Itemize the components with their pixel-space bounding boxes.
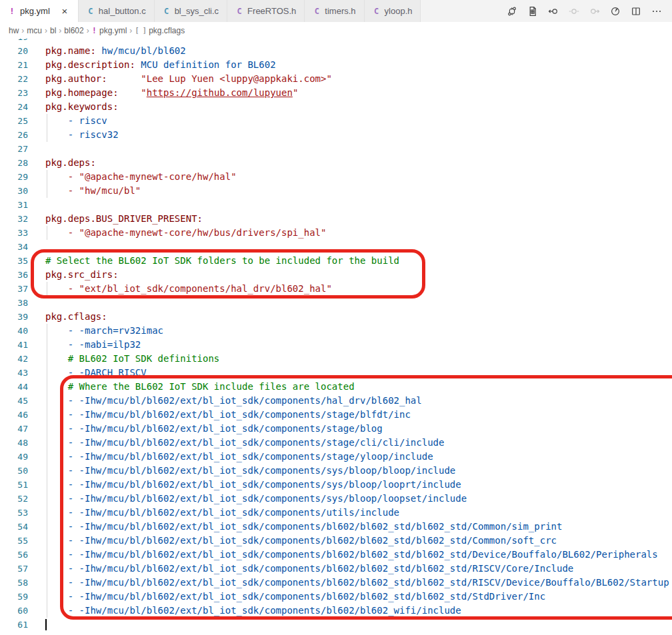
split-editor-icon[interactable]	[630, 5, 642, 17]
code-line-41[interactable]: 41 - -mabi=ilp32	[0, 338, 672, 352]
code-line-42[interactable]: 42 # BL602 IoT SDK definitions	[0, 352, 672, 366]
close-icon[interactable]: ×	[59, 6, 70, 17]
editor[interactable]: 1920pkg.name: hw/mcu/bl/bl60221pkg.descr…	[0, 39, 672, 635]
code-text: pkg.cflags:	[45, 310, 107, 324]
tab-yloop.h[interactable]: Cyloop.h	[365, 0, 421, 22]
line-number: 57	[0, 562, 28, 576]
code-text: - -Ihw/mcu/bl/bl602/ext/bl_iot_sdk/compo…	[45, 478, 461, 492]
code-line-21[interactable]: 21pkg.description: MCU definition for BL…	[0, 58, 672, 72]
code-line-29[interactable]: 29 - "@apache-mynewt-core/hw/hal"	[0, 170, 672, 184]
code-line-23[interactable]: 23pkg.homepage: "https://github.com/lupy…	[0, 86, 672, 100]
breadcrumb-item-pkg.cflags[interactable]: [ ]pkg.cflags	[135, 26, 185, 35]
line-number: 29	[0, 170, 28, 184]
yaml-file-icon: !	[92, 26, 97, 35]
tab-label: pkg.yml	[20, 6, 50, 16]
tab-pkg.yml[interactable]: !pkg.yml×	[0, 0, 79, 22]
line-number: 19	[0, 39, 28, 44]
code-line-46[interactable]: 46 - -Ihw/mcu/bl/bl602/ext/bl_iot_sdk/co…	[0, 408, 672, 422]
tab-hal_button.c[interactable]: Chal_button.c	[79, 0, 155, 22]
line-number: 43	[0, 366, 28, 380]
code-line-34[interactable]: 34	[0, 240, 672, 254]
tab-label: FreeRTOS.h	[247, 6, 296, 16]
code-line-52[interactable]: 52 - -Ihw/mcu/bl/bl602/ext/bl_iot_sdk/co…	[0, 492, 672, 506]
line-number: 44	[0, 380, 28, 394]
code-line-57[interactable]: 57 - -Ihw/mcu/bl/bl602/ext/bl_iot_sdk/co…	[0, 562, 672, 576]
history-icon[interactable]	[609, 5, 621, 17]
code-line-24[interactable]: 24pkg.keywords:	[0, 100, 672, 114]
line-number: 33	[0, 226, 28, 240]
code-line-51[interactable]: 51 - -Ihw/mcu/bl/bl602/ext/bl_iot_sdk/co…	[0, 478, 672, 492]
breadcrumb-item-hw[interactable]: hw	[9, 26, 19, 35]
breadcrumb-item-pkg.yml[interactable]: !pkg.yml	[92, 26, 127, 35]
tab-label: bl_sys_cli.c	[175, 6, 219, 16]
breadcrumb-item-bl[interactable]: bl	[50, 26, 56, 35]
code-line-60[interactable]: 60 - -Ihw/mcu/bl/bl602/ext/bl_iot_sdk/co…	[0, 604, 672, 618]
navigate-back-icon[interactable]	[547, 5, 559, 17]
code-line-35[interactable]: 35# Select the BL602 IoT SDK folders to …	[0, 254, 672, 268]
code-line-61[interactable]: 61	[0, 618, 672, 632]
code-text: pkg.src_dirs:	[45, 268, 119, 282]
code-line-48[interactable]: 48 - -Ihw/mcu/bl/bl602/ext/bl_iot_sdk/co…	[0, 436, 672, 450]
line-number: 30	[0, 184, 28, 198]
code-line-37[interactable]: 37 - "ext/bl_iot_sdk/components/hal_drv/…	[0, 282, 672, 296]
code-line-55[interactable]: 55 - -Ihw/mcu/bl/bl602/ext/bl_iot_sdk/co…	[0, 534, 672, 548]
tab-bl_sys_cli.c[interactable]: Cbl_sys_cli.c	[155, 0, 227, 22]
more-actions-icon[interactable]	[651, 5, 663, 17]
code-line-20[interactable]: 20pkg.name: hw/mcu/bl/bl602	[0, 44, 672, 58]
code-line-43[interactable]: 43 - -DARCH_RISCV	[0, 366, 672, 380]
code-text: # Where the BL602 IoT SDK include files …	[45, 380, 355, 394]
line-number: 54	[0, 520, 28, 534]
code-text: pkg.keywords:	[45, 100, 119, 114]
code-line-59[interactable]: 59 - -Ihw/mcu/bl/bl602/ext/bl_iot_sdk/co…	[0, 590, 672, 604]
code-line-50[interactable]: 50 - -Ihw/mcu/bl/bl602/ext/bl_iot_sdk/co…	[0, 464, 672, 478]
code-line-30[interactable]: 30 - "hw/mcu/bl"	[0, 184, 672, 198]
breadcrumb-item-bl602[interactable]: bl602	[64, 26, 83, 35]
line-number: 31	[0, 198, 28, 212]
code-line-56[interactable]: 56 - -Ihw/mcu/bl/bl602/ext/bl_iot_sdk/co…	[0, 548, 672, 562]
breadcrumb-separator: ›	[59, 26, 61, 35]
code-line-27[interactable]: 27	[0, 142, 672, 156]
code-line-26[interactable]: 26 - riscv32	[0, 128, 672, 142]
line-number: 50	[0, 464, 28, 478]
code-line-54[interactable]: 54 - -Ihw/mcu/bl/bl602/ext/bl_iot_sdk/co…	[0, 520, 672, 534]
line-number: 20	[0, 44, 28, 58]
code-line-38[interactable]: 38	[0, 296, 672, 310]
breadcrumb-item-mcu[interactable]: mcu	[27, 26, 42, 35]
code-text: - -Ihw/mcu/bl/bl602/ext/bl_iot_sdk/compo…	[45, 492, 467, 506]
code-line-33[interactable]: 33 - "@apache-mynewt-core/hw/bus/drivers…	[0, 226, 672, 240]
code-line-44[interactable]: 44 # Where the BL602 IoT SDK include fil…	[0, 380, 672, 394]
code-line-32[interactable]: 32pkg.deps.BUS_DRIVER_PRESENT:	[0, 212, 672, 226]
code-line-31[interactable]: 31	[0, 198, 672, 212]
code-line-22[interactable]: 22pkg.author: "Lee Lup Yuen <luppy@appka…	[0, 72, 672, 86]
tab-timers.h[interactable]: Ctimers.h	[305, 0, 364, 22]
code-line-28[interactable]: 28pkg.deps:	[0, 156, 672, 170]
code-line-49[interactable]: 49 - -Ihw/mcu/bl/bl602/ext/bl_iot_sdk/co…	[0, 450, 672, 464]
line-number: 34	[0, 240, 28, 254]
navigate-forward-icon[interactable]	[589, 5, 601, 17]
c-header-icon: C	[373, 7, 381, 16]
code-line-36[interactable]: 36pkg.src_dirs:	[0, 268, 672, 282]
code-line-58[interactable]: 58 - -Ihw/mcu/bl/bl602/ext/bl_iot_sdk/co…	[0, 576, 672, 590]
line-number: 56	[0, 548, 28, 562]
code-line-45[interactable]: 45 - -Ihw/mcu/bl/bl602/ext/bl_iot_sdk/co…	[0, 394, 672, 408]
open-preview-icon[interactable]	[527, 5, 539, 17]
line-number: 58	[0, 576, 28, 590]
position-circle-icon[interactable]	[568, 5, 580, 17]
code-text: - -Ihw/mcu/bl/bl602/ext/bl_iot_sdk/compo…	[45, 394, 422, 408]
code-line-19[interactable]: 19	[0, 39, 672, 44]
open-changes-icon[interactable]	[506, 5, 518, 17]
code-line-39[interactable]: 39pkg.cflags:	[0, 310, 672, 324]
tab-bar: !pkg.yml×Chal_button.cCbl_sys_cli.cCFree…	[0, 0, 672, 22]
code-line-40[interactable]: 40 - -march=rv32imac	[0, 324, 672, 338]
code-text: - -Ihw/mcu/bl/bl602/ext/bl_iot_sdk/compo…	[45, 408, 411, 422]
code-text: - -Ihw/mcu/bl/bl602/ext/bl_iot_sdk/compo…	[45, 548, 658, 562]
code-line-25[interactable]: 25 - riscv	[0, 114, 672, 128]
line-number: 42	[0, 352, 28, 366]
tab-FreeRTOS.h[interactable]: CFreeRTOS.h	[227, 0, 305, 22]
code-line-53[interactable]: 53 - -Ihw/mcu/bl/bl602/ext/bl_iot_sdk/co…	[0, 506, 672, 520]
code-text: pkg.author: "Lee Lup Yuen <luppy@appkaki…	[45, 72, 332, 86]
breadcrumb: hw›mcu›bl›bl602›!pkg.yml›[ ]pkg.cflags	[0, 22, 672, 39]
line-number: 26	[0, 128, 28, 142]
tab-bar-tabs: !pkg.yml×Chal_button.cCbl_sys_cli.cCFree…	[0, 0, 421, 22]
code-line-47[interactable]: 47 - -Ihw/mcu/bl/bl602/ext/bl_iot_sdk/co…	[0, 422, 672, 436]
